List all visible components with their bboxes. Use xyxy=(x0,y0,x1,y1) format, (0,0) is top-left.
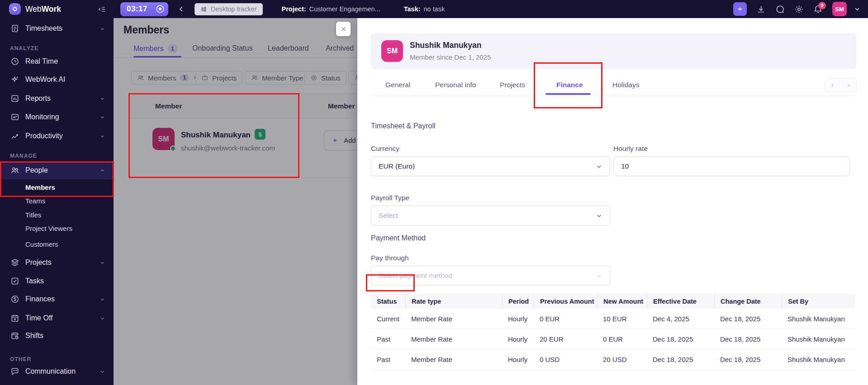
currency-value: EUR (Euro) xyxy=(379,162,415,170)
hourly-rate-field xyxy=(613,156,850,176)
previous-member-icon[interactable] xyxy=(830,82,836,89)
reports-icon xyxy=(10,94,19,103)
windows-icon xyxy=(200,6,207,13)
clock-icon xyxy=(10,57,19,66)
sidebar-item-label: Time Off xyxy=(25,314,52,322)
hourly-rate-label: Hourly rate xyxy=(613,145,648,153)
pay-through-placeholder: Select payment method xyxy=(379,272,452,280)
desktop-tracker-button[interactable]: Desktop tracker xyxy=(194,3,263,15)
col-status: Status xyxy=(371,294,405,309)
tab-personal-info[interactable]: Personal info xyxy=(435,81,476,89)
section-manage: MANAGE xyxy=(10,153,37,159)
dim-overlay xyxy=(114,18,357,385)
sidebar-item-real-time[interactable]: Real Time xyxy=(0,52,114,70)
chevron-down-icon xyxy=(100,315,105,321)
rate-history-row: Past Member Rate Hourly 20 EUR 0 EUR Dec… xyxy=(371,329,855,349)
col-set-by: Set By xyxy=(782,294,855,309)
tab-finance[interactable]: Finance xyxy=(556,81,583,89)
sidebar-item-communication[interactable]: Communication xyxy=(0,362,114,380)
member-header-banner: SM Shushik Manukyan Member since Dec 1, … xyxy=(371,33,856,69)
next-member-icon[interactable] xyxy=(845,82,852,89)
desktop-tracker-label: Desktop tracker xyxy=(211,5,257,13)
member-detail-panel: SM Shushik Manukyan Member since Dec 1, … xyxy=(357,18,868,385)
tab-general[interactable]: General xyxy=(385,81,410,89)
currency-select[interactable]: EUR (Euro) xyxy=(371,156,610,176)
chat-icon[interactable] xyxy=(775,5,785,14)
webwork-app: 03:17 Desktop tracker Project: Customer … xyxy=(0,0,868,385)
sidebar-item-reports[interactable]: Reports xyxy=(0,89,114,108)
sidebar-item-projects[interactable]: Projects xyxy=(0,254,114,272)
tabs-divider xyxy=(371,95,856,95)
sidebar-subitem-customers[interactable]: Customers xyxy=(0,238,114,250)
chevron-down-icon xyxy=(100,296,105,302)
sidebar-item-tasks[interactable]: Tasks xyxy=(0,272,114,290)
rate-history-row: Current Member Rate Hourly 0 EUR 10 EUR … xyxy=(371,309,855,329)
sidebar-item-label: Shifts xyxy=(25,332,43,340)
webwork-logo xyxy=(9,3,21,15)
col-period: Period xyxy=(502,294,534,309)
add-new-button[interactable] xyxy=(733,2,747,16)
sidebar-item-label: People xyxy=(25,166,48,174)
productivity-icon xyxy=(10,131,19,141)
member-name: Shushik Manukyan xyxy=(410,41,482,50)
sidebar-item-webwork-ai[interactable]: WebWork AI xyxy=(0,70,114,89)
current-task: Task: no task xyxy=(404,5,445,13)
payroll-type-label: Payroll Type xyxy=(371,194,409,202)
sidebar-item-timesheets[interactable]: Timesheets xyxy=(0,19,114,38)
section-timesheet-payroll: Timesheet & Payroll xyxy=(371,122,436,130)
sidebar-item-label: Reports xyxy=(25,94,51,103)
sidebar-subitem-teams[interactable]: Teams xyxy=(0,194,114,207)
chevron-down-icon xyxy=(100,26,105,32)
sidebar-subitem-project-viewers[interactable]: Project Viewers xyxy=(0,222,114,235)
sidebar-item-label: Monitoring xyxy=(25,113,59,121)
finances-icon xyxy=(10,295,19,304)
stop-timer-icon[interactable] xyxy=(155,4,165,14)
sidebar-item-label: Projects xyxy=(25,258,52,267)
sidebar-item-label: Finances xyxy=(25,295,55,303)
task-value: no task xyxy=(424,5,445,13)
col-new-amount: New Amount xyxy=(597,294,647,309)
project-label: Project: xyxy=(282,5,306,13)
calendar-x-icon xyxy=(10,314,19,323)
back-chevron-icon[interactable] xyxy=(177,5,185,13)
layers-icon xyxy=(10,258,19,267)
chevron-down-icon xyxy=(100,96,105,102)
rate-history-header: Status Rate type Period Previous Amount … xyxy=(371,294,855,309)
tab-holidays[interactable]: Holidays xyxy=(612,81,639,89)
pay-through-select[interactable]: Select payment method xyxy=(371,266,610,286)
sidebar-item-productivity[interactable]: Productivity xyxy=(0,127,114,145)
sidebar-item-label: Tasks xyxy=(25,277,44,285)
sidebar-item-people[interactable]: People xyxy=(0,161,114,179)
download-icon[interactable] xyxy=(756,5,766,14)
user-menu-chevron-icon[interactable] xyxy=(854,5,861,13)
close-detail-icon[interactable] xyxy=(336,22,351,36)
project-value: Customer Engagemen... xyxy=(309,5,380,13)
timer-pill[interactable]: 03:17 xyxy=(120,2,168,16)
chevron-down-icon xyxy=(100,114,105,120)
collapse-sidebar-icon[interactable] xyxy=(98,5,106,14)
member-pager xyxy=(825,78,857,92)
sidebar-logo-row: WebWork xyxy=(0,0,114,18)
task-label: Task: xyxy=(404,5,421,13)
sidebar-item-finances[interactable]: Finances xyxy=(0,290,114,308)
hourly-rate-input[interactable] xyxy=(621,162,842,170)
sidebar-item-monitoring[interactable]: Monitoring xyxy=(0,108,114,126)
col-change-date: Change Date xyxy=(714,294,782,309)
sidebar-subitem-members[interactable]: Members xyxy=(0,181,114,193)
payroll-type-select[interactable]: Select xyxy=(371,206,610,225)
sidebar-item-shifts[interactable]: Shifts xyxy=(0,327,114,345)
tasks-icon xyxy=(10,277,19,286)
sidebar-item-time-off[interactable]: Time Off xyxy=(0,309,114,327)
tab-projects[interactable]: Projects xyxy=(500,81,525,89)
chevron-down-icon xyxy=(596,272,602,279)
user-avatar[interactable]: SM xyxy=(832,2,847,16)
gear-icon[interactable] xyxy=(794,5,804,14)
sparkle-icon xyxy=(10,75,19,84)
sidebar-subitem-titles[interactable]: Titles xyxy=(0,208,114,221)
pay-through-label: Pay through xyxy=(371,254,409,262)
timer-value: 03:17 xyxy=(127,5,147,14)
section-other: OTHER xyxy=(10,356,32,362)
chat-bubble-icon xyxy=(10,367,19,376)
notifications-bell-icon[interactable]: 9 xyxy=(813,5,823,14)
col-rate-type: Rate type xyxy=(405,294,502,309)
